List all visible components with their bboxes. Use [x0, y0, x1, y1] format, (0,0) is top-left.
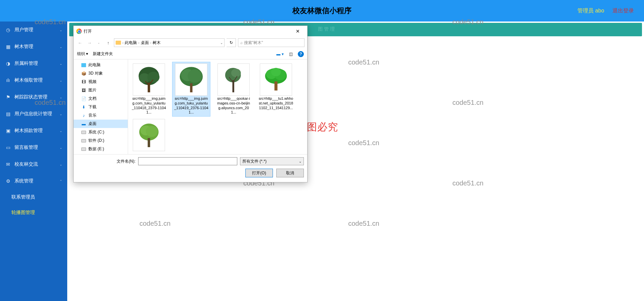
- pc-icon: [81, 63, 86, 68]
- nav-music[interactable]: ♪音乐: [74, 111, 128, 120]
- nav-sub-contact[interactable]: 联系管理员: [0, 189, 67, 205]
- dialog-body: 此电脑 📦3D 对象 🎞视频 🖼图片 📄文档 ⬇下载 ♪音乐 ▬桌面 系统 (C…: [74, 59, 307, 154]
- doc-icon: 📄: [81, 96, 86, 101]
- chevron-down-icon: ⌄: [59, 112, 62, 116]
- nav-desktop[interactable]: ▬桌面: [74, 120, 128, 128]
- music-icon: ♪: [81, 113, 86, 118]
- nav-donate[interactable]: ▣树木捐款管理⌄: [0, 122, 67, 139]
- view-mode-button[interactable]: ▬ ▾: [276, 51, 284, 57]
- nav-claim[interactable]: ılı树木领取管理⌄: [0, 72, 67, 89]
- disk-icon: [81, 138, 86, 143]
- nav-this-pc[interactable]: 此电脑: [74, 61, 128, 69]
- path-box[interactable]: › 此电脑 › 桌面 › 树木 ⌄: [114, 38, 225, 47]
- nav-dept[interactable]: ◑所属科管理⌄: [0, 55, 67, 72]
- nav-disk-c[interactable]: 系统 (C:): [74, 128, 128, 136]
- path-desktop[interactable]: 桌面: [141, 40, 149, 46]
- nav-downloads[interactable]: ⬇下载: [74, 103, 128, 111]
- nav-video[interactable]: 🎞视频: [74, 78, 128, 86]
- nav-docs[interactable]: 📄文档: [74, 94, 128, 103]
- cancel-button[interactable]: 取消: [276, 169, 304, 177]
- nav-label: 用户信息统计管理: [14, 111, 52, 117]
- flag-icon: ⚑: [5, 94, 11, 100]
- nav-exchange[interactable]: ✉校友林交流⌄: [0, 156, 67, 173]
- forward-button: →: [86, 39, 93, 46]
- nav-system[interactable]: ⚙系统管理⌃: [0, 173, 67, 189]
- desktop-icon: ▬: [81, 122, 86, 126]
- nav-track[interactable]: ⚑树踪踪状态管理⌄: [0, 89, 67, 105]
- chevron-down-icon: ⌄: [59, 79, 62, 82]
- chevron-down-icon: ⌄: [59, 62, 62, 66]
- nav-users[interactable]: ◷用户管理⌄: [0, 22, 67, 38]
- recent-button[interactable]: ⌄: [95, 39, 103, 46]
- nav-label: 树木捐款管理: [14, 128, 43, 134]
- file-item[interactable]: [130, 118, 168, 153]
- nav-sub-carousel[interactable]: 轮播图管理: [0, 205, 67, 220]
- disk-icon: [81, 130, 86, 135]
- grid-icon: ▦: [5, 44, 11, 50]
- path-pc[interactable]: 此电脑: [125, 40, 137, 46]
- donate-icon: ▣: [5, 128, 11, 134]
- close-button[interactable]: ✕: [291, 27, 305, 36]
- nav-3d[interactable]: 📦3D 对象: [74, 69, 128, 78]
- nav-disk-d[interactable]: 软件 (D:): [74, 136, 128, 145]
- file-item[interactable]: src=http___tu1.whhost.net_uploads_201811…: [257, 62, 295, 116]
- path-sep: ›: [122, 41, 123, 45]
- dialog-toolbar: 组织 ▾ 新建文件夹 ▬ ▾ ◫ ?: [74, 49, 307, 59]
- svg-point-2: [148, 72, 160, 83]
- path-folder[interactable]: 树木: [153, 40, 161, 46]
- refresh-button[interactable]: ↻: [227, 38, 236, 47]
- open-button[interactable]: 打开(O): [245, 169, 273, 177]
- svg-rect-19: [275, 81, 278, 90]
- check-icon: ◑: [5, 60, 11, 67]
- nav-disk-e[interactable]: 数据 (E:): [74, 145, 128, 153]
- search-placeholder: 搜索"树木": [244, 40, 263, 46]
- video-icon: 🎞: [81, 80, 86, 84]
- file-item[interactable]: src=http___qookar-images.oss-cn-beijing.…: [215, 62, 252, 116]
- file-item[interactable]: src=http___img.juimg.com_tuku_yulantu_11…: [130, 62, 168, 116]
- nav-label: 文档: [88, 96, 96, 101]
- header-right: 管理员 abo 退出登录: [577, 7, 634, 14]
- help-icon[interactable]: ?: [298, 51, 304, 57]
- nav-label: 系统管理: [14, 178, 33, 184]
- download-icon: ⬇: [81, 105, 86, 110]
- organize-button[interactable]: 组织 ▾: [77, 51, 88, 57]
- file-filter-select[interactable]: 所有文件 (*.*) ⌄: [240, 157, 304, 165]
- file-name: src=http___tu1.whhost.net_uploads_201811…: [258, 96, 293, 110]
- chevron-down-icon: ⌄: [59, 28, 62, 32]
- nav-label: 所属科管理: [14, 60, 38, 67]
- preview-pane-button[interactable]: ◫: [287, 51, 294, 57]
- svg-rect-9: [190, 83, 192, 92]
- clock-icon: ◷: [5, 27, 11, 33]
- sidebar: ◷用户管理⌄ ▦树木管理⌄ ◑所属科管理⌄ ılı树木领取管理⌄ ⚑树踪踪状态管…: [0, 22, 67, 301]
- squares-icon: ▤: [5, 111, 11, 117]
- back-button[interactable]: ←: [76, 39, 84, 46]
- filter-text: 所有文件 (*.*): [242, 159, 267, 164]
- up-button[interactable]: ↑: [105, 39, 112, 46]
- nav-message[interactable]: ▭留言板管理⌄: [0, 139, 67, 156]
- search-icon: ⌕: [240, 40, 243, 45]
- filename-input[interactable]: [138, 157, 237, 165]
- file-item[interactable]: src=http___img.juimg.com_tuku_yulantu_11…: [172, 62, 210, 116]
- nav-images[interactable]: 🖼图片: [74, 86, 128, 94]
- filename-label: 文件名(N):: [77, 159, 135, 164]
- cube-icon: 📦: [81, 71, 86, 76]
- nav-trees[interactable]: ▦树木管理⌄: [0, 38, 67, 55]
- chevron-down-icon: ⌄: [299, 160, 301, 163]
- path-dropdown-icon[interactable]: ⌄: [220, 41, 223, 45]
- dialog-nav: 此电脑 📦3D 对象 🎞视频 🖼图片 📄文档 ⬇下载 ♪音乐 ▬桌面 系统 (C…: [74, 59, 128, 154]
- dialog-footer: 文件名(N): 所有文件 (*.*) ⌄ 打开(O) 取消: [74, 154, 307, 182]
- newfolder-button[interactable]: 新建文件夹: [93, 51, 113, 57]
- nav-label: 软件 (D:): [88, 138, 104, 143]
- nav-label: 视频: [88, 79, 96, 85]
- svg-point-11: [231, 69, 241, 77]
- file-open-dialog: 打开 ✕ ← → ⌄ ↑ › 此电脑 › 桌面 › 树木 ⌄ ↻ ⌕ 搜索"树木…: [73, 26, 308, 182]
- mail-icon: ✉: [5, 161, 11, 167]
- svg-point-8: [188, 69, 202, 83]
- image-icon: 🖼: [81, 88, 86, 93]
- file-name: src=http___img.juimg.com_tuku_yulantu_11…: [174, 96, 209, 115]
- search-input[interactable]: ⌕ 搜索"树木": [238, 38, 305, 47]
- chevron-down-icon: ⌄: [59, 95, 62, 99]
- logout-link[interactable]: 退出登录: [612, 8, 634, 13]
- admin-label[interactable]: 管理员 abo: [577, 8, 604, 13]
- nav-stats[interactable]: ▤用户信息统计管理⌄: [0, 105, 67, 122]
